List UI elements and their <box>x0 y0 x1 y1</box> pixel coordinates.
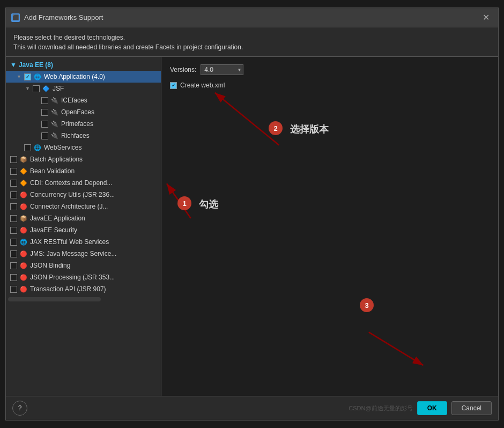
checkbox-jsf[interactable] <box>33 85 40 92</box>
tree-item-json-binding[interactable]: 🔴 JSON Binding <box>6 260 161 271</box>
json-processing-label: JSON Processing (JSR 353... <box>30 274 115 281</box>
tree-item-transaction[interactable]: 🔴 Transaction API (JSR 907) <box>6 283 161 295</box>
tree-item-web-app[interactable]: ▼ ✓ 🌐 Web Application (4.0) <box>6 71 161 83</box>
versions-row: Versions: 3.0 3.1 4.0 <box>170 64 490 75</box>
tree-item-connector[interactable]: 🔴 Connector Architecture (J... <box>6 201 161 212</box>
cdi-icon: 🔶 <box>19 179 28 187</box>
jms-label: JMS: Java Message Service... <box>30 250 116 257</box>
add-frameworks-dialog: ⬛ Add Frameworks Support ✕ Please select… <box>5 8 499 420</box>
checkbox-web-app[interactable]: ✓ <box>24 73 31 80</box>
tree-item-javaee-app[interactable]: 📦 JavaEE Application <box>6 212 161 224</box>
checkbox-transaction[interactable] <box>10 286 17 293</box>
tree-item-jsf[interactable]: ▼ 🔷 JSF <box>6 83 161 94</box>
tree-item-batch[interactable]: 📦 Batch Applications <box>6 153 161 165</box>
annotation-1: 1 <box>177 196 191 210</box>
tree-item-openfaces[interactable]: ▼ 🔌 OpenFaces <box>6 106 161 118</box>
web-app-icon: 🌐 <box>33 72 42 81</box>
footer: ? CSDN@前途无量的彭号 OK Cancel <box>6 396 498 420</box>
checkbox-cdi[interactable] <box>10 180 17 187</box>
javaee-app-icon: 📦 <box>19 214 28 223</box>
transaction-label: Transaction API (JSR 907) <box>30 285 106 293</box>
versions-label: Versions: <box>170 66 196 73</box>
versions-select-wrapper[interactable]: 3.0 3.1 4.0 <box>201 64 243 75</box>
chevron-icon: ▼ <box>25 86 31 91</box>
svg-line-2 <box>215 93 279 145</box>
chevron-icon: ▼ <box>17 74 22 79</box>
json-binding-label: JSON Binding <box>30 262 70 269</box>
section-header-javaee[interactable]: ▼ Java EE (8) <box>6 59 161 71</box>
tree-item-primefaces[interactable]: ▼ 🔌 Primefaces <box>6 118 161 130</box>
checkbox-richfaces[interactable] <box>41 132 48 139</box>
tree-item-jms[interactable]: 🔴 JMS: Java Message Service... <box>6 248 161 260</box>
footer-buttons: OK Cancel <box>417 401 492 415</box>
checkbox-batch[interactable] <box>10 156 17 163</box>
batch-icon: 📦 <box>19 155 28 164</box>
tree-item-richfaces[interactable]: ▼ 🔌 Richfaces <box>6 130 161 142</box>
checkbox-json-processing[interactable] <box>10 274 17 281</box>
create-xml-row: ✓ Create web.xml <box>170 82 490 89</box>
dialog-title: Add Frameworks Support <box>24 13 103 21</box>
checkbox-connector[interactable] <box>10 203 17 210</box>
checkbox-javaee-app[interactable] <box>10 215 17 222</box>
tree-item-cdi[interactable]: 🔶 CDI: Contexts and Depend... <box>6 177 161 189</box>
section-chevron: ▼ <box>10 61 17 69</box>
help-button[interactable]: ? <box>12 401 27 416</box>
jsf-label: JSF <box>53 85 64 92</box>
title-bar-left: ⬛ Add Frameworks Support <box>11 13 103 22</box>
create-xml-checkbox[interactable]: ✓ <box>170 82 177 89</box>
tree-item-concurrency[interactable]: 🔴 Concurrency Utils (JSR 236... <box>6 189 161 201</box>
icefaces-label: ICEfaces <box>61 97 87 104</box>
scrollbar[interactable] <box>8 297 101 301</box>
arrows-overlay <box>161 57 498 396</box>
bean-validation-icon: 🔶 <box>19 167 28 175</box>
primefaces-label: Primefaces <box>61 120 93 128</box>
create-xml-label: Create web.xml <box>180 82 225 89</box>
cancel-button[interactable]: Cancel <box>451 401 492 415</box>
tree-item-json-processing[interactable]: 🔴 JSON Processing (JSR 353... <box>6 271 161 283</box>
annotation-1-text: 勾选 <box>199 198 218 211</box>
tree-item-webservices[interactable]: ▼ 🌐 WebServices <box>6 142 161 153</box>
checkbox-javaee-security[interactable] <box>10 227 17 234</box>
primefaces-icon: 🔌 <box>50 120 59 128</box>
openfaces-label: OpenFaces <box>61 108 94 116</box>
annotation-3: 3 <box>360 298 374 312</box>
connector-icon: 🔴 <box>19 202 28 211</box>
webservices-icon: 🌐 <box>33 143 42 152</box>
jms-icon: 🔴 <box>19 249 28 258</box>
tree-item-bean-validation[interactable]: 🔶 Bean Validation <box>6 165 161 177</box>
jax-rest-icon: 🌐 <box>19 238 28 246</box>
json-processing-icon: 🔴 <box>19 273 28 282</box>
batch-label: Batch Applications <box>30 156 83 163</box>
bean-validation-label: Bean Validation <box>30 167 75 175</box>
close-button[interactable]: ✕ <box>479 11 493 24</box>
dialog-icon: ⬛ <box>11 13 20 22</box>
checkbox-jms[interactable] <box>10 250 17 257</box>
checkbox-json-binding[interactable] <box>10 262 17 269</box>
openfaces-icon: 🔌 <box>50 108 59 116</box>
checkbox-primefaces[interactable] <box>41 121 48 128</box>
checkbox-openfaces[interactable] <box>41 109 48 116</box>
svg-line-3 <box>369 332 424 365</box>
javaee-app-label: JavaEE Application <box>30 215 85 222</box>
section-label: Java EE (8) <box>19 61 53 69</box>
tree-item-javaee-security[interactable]: 🔴 JavaEE Security <box>6 224 161 236</box>
javaee-security-icon: 🔴 <box>19 226 28 234</box>
tree-item-icefaces[interactable]: ▼ 🔌 ICEfaces <box>6 94 161 106</box>
transaction-icon: 🔴 <box>19 285 28 293</box>
checkbox-concurrency[interactable] <box>10 191 17 198</box>
versions-select[interactable]: 3.0 3.1 4.0 <box>201 64 243 75</box>
jsf-icon: 🔷 <box>42 84 50 93</box>
checkbox-jax-rest[interactable] <box>10 239 17 246</box>
watermark: CSDN@前途无量的彭号 <box>349 405 412 411</box>
tree-item-jax-rest[interactable]: 🌐 JAX RESTful Web Services <box>6 236 161 248</box>
checkbox-webservices[interactable] <box>24 144 31 151</box>
ok-button[interactable]: OK <box>417 401 447 415</box>
json-binding-icon: 🔴 <box>19 261 28 270</box>
concurrency-icon: 🔴 <box>19 190 28 199</box>
cdi-label: CDI: Contexts and Depend... <box>30 179 112 187</box>
description-line2: This will download all needed libraries … <box>13 42 491 52</box>
checkbox-icefaces[interactable] <box>41 97 48 104</box>
richfaces-label: Richfaces <box>61 132 90 139</box>
checkbox-bean-validation[interactable] <box>10 168 17 175</box>
description-line1: Please select the desired technologies. <box>13 33 491 42</box>
